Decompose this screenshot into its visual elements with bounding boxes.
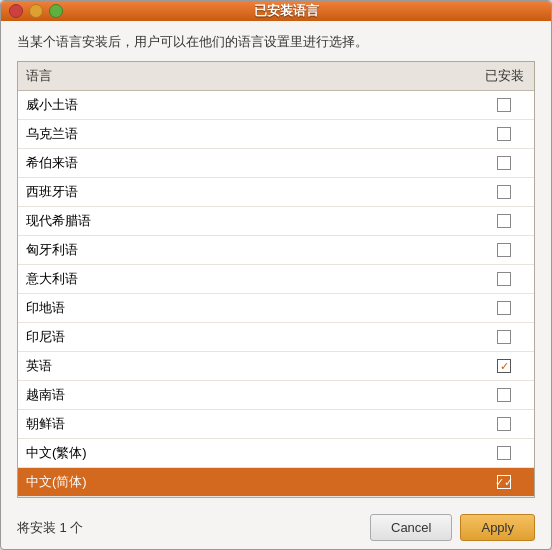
table-row[interactable]: 意大利语 <box>18 265 534 294</box>
table-row[interactable]: 现代希腊语 <box>18 207 534 236</box>
table-row[interactable]: 希伯来语 <box>18 149 534 178</box>
table-row[interactable]: 乌克兰语 <box>18 120 534 149</box>
language-checkbox[interactable] <box>497 98 511 112</box>
language-checkbox-cell[interactable] <box>474 410 534 439</box>
language-checkbox-cell[interactable] <box>474 178 534 207</box>
footer: 将安装 1 个 Cancel Apply <box>1 506 551 549</box>
language-table-container[interactable]: 语言 已安装 威小土语乌克兰语希伯来语西班牙语现代希腊语匈牙利语意大利语印地语印… <box>17 61 535 498</box>
language-checkbox[interactable] <box>497 388 511 402</box>
content-area: 当某个语言安装后，用户可以在他们的语言设置里进行选择。 语言 已安装 威小土语乌… <box>1 21 551 506</box>
language-checkbox[interactable] <box>497 359 511 373</box>
footer-buttons: Cancel Apply <box>370 514 535 541</box>
language-checkbox-cell[interactable] <box>474 323 534 352</box>
language-checkbox[interactable] <box>497 446 511 460</box>
language-checkbox[interactable] <box>497 330 511 344</box>
language-checkbox-cell[interactable] <box>474 91 534 120</box>
language-name: 英语 <box>18 352 474 381</box>
language-checkbox[interactable] <box>497 301 511 315</box>
install-status: 将安装 1 个 <box>17 519 83 537</box>
language-checkbox-cell[interactable] <box>474 265 534 294</box>
language-checkbox[interactable] <box>497 417 511 431</box>
language-checkbox[interactable] <box>497 185 511 199</box>
language-name: 乌克兰语 <box>18 120 474 149</box>
window-title: 已安装语言 <box>69 2 503 20</box>
main-window: 已安装语言 当某个语言安装后，用户可以在他们的语言设置里进行选择。 语言 已安装… <box>0 0 552 550</box>
titlebar: 已安装语言 <box>1 1 551 21</box>
language-checkbox[interactable] <box>497 127 511 141</box>
language-checkbox-cell[interactable]: ✓ <box>474 468 534 497</box>
language-checkbox-cell[interactable] <box>474 207 534 236</box>
language-checkbox-cell[interactable] <box>474 120 534 149</box>
table-row[interactable]: 匈牙利语 <box>18 236 534 265</box>
language-name: 意大利语 <box>18 265 474 294</box>
table-row[interactable]: 中文(简体)✓ <box>18 468 534 497</box>
table-row[interactable]: 印尼语 <box>18 323 534 352</box>
maximize-button[interactable] <box>49 4 63 18</box>
language-checkbox-cell[interactable] <box>474 149 534 178</box>
cancel-button[interactable]: Cancel <box>370 514 452 541</box>
language-name: 印尼语 <box>18 323 474 352</box>
language-name: 西班牙语 <box>18 178 474 207</box>
language-checkbox-cell[interactable] <box>474 236 534 265</box>
language-name: 威小土语 <box>18 91 474 120</box>
table-row[interactable]: 英语 <box>18 352 534 381</box>
table-header-row: 语言 已安装 <box>18 62 534 91</box>
language-checkbox-cell[interactable] <box>474 352 534 381</box>
language-checkbox[interactable] <box>497 243 511 257</box>
table-row[interactable]: 印地语 <box>18 294 534 323</box>
table-row[interactable]: 中文(繁体) <box>18 439 534 468</box>
language-checkbox-cell[interactable] <box>474 381 534 410</box>
language-name: 希伯来语 <box>18 149 474 178</box>
language-checkbox-cell[interactable] <box>474 294 534 323</box>
description-text: 当某个语言安装后，用户可以在他们的语言设置里进行选择。 <box>17 33 535 51</box>
language-name: 中文(繁体) <box>18 439 474 468</box>
minimize-button[interactable] <box>29 4 43 18</box>
table-row[interactable]: 朝鲜语 <box>18 410 534 439</box>
language-name: 印地语 <box>18 294 474 323</box>
language-checkbox[interactable]: ✓ <box>497 475 511 489</box>
language-name: 现代希腊语 <box>18 207 474 236</box>
header-installed: 已安装 <box>474 62 534 91</box>
table-row[interactable]: 越南语 <box>18 381 534 410</box>
table-row[interactable]: 西班牙语 <box>18 178 534 207</box>
language-name: 越南语 <box>18 381 474 410</box>
language-checkbox[interactable] <box>497 156 511 170</box>
table-row[interactable]: 威小土语 <box>18 91 534 120</box>
language-checkbox-cell[interactable] <box>474 439 534 468</box>
language-name: 中文(简体) <box>18 468 474 497</box>
language-name: 朝鲜语 <box>18 410 474 439</box>
close-button[interactable] <box>9 4 23 18</box>
apply-button[interactable]: Apply <box>460 514 535 541</box>
language-checkbox[interactable] <box>497 214 511 228</box>
header-language: 语言 <box>18 62 474 91</box>
language-table: 语言 已安装 威小土语乌克兰语希伯来语西班牙语现代希腊语匈牙利语意大利语印地语印… <box>18 62 534 497</box>
language-checkbox[interactable] <box>497 272 511 286</box>
language-name: 匈牙利语 <box>18 236 474 265</box>
